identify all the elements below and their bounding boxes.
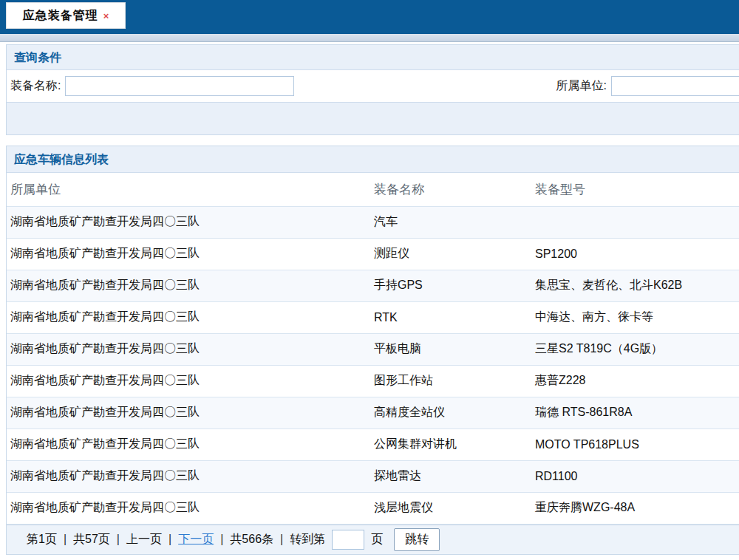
cell-equipment-name: 图形工作站 bbox=[370, 365, 531, 397]
separator: | bbox=[168, 533, 171, 546]
table-row: 湖南省地质矿产勘查开发局四〇三队 高精度全站仪 瑞德 RTS-861R8A bbox=[7, 397, 739, 428]
column-header-equipment-name: 装备名称 bbox=[370, 173, 531, 206]
query-panel: 查询条件 装备名称: 所属单位: bbox=[6, 44, 739, 135]
cell-equipment-name: 公网集群对讲机 bbox=[370, 428, 531, 460]
cell-equipment-name: 汽车 bbox=[370, 206, 531, 238]
goto-suffix-label: 页 bbox=[371, 532, 383, 547]
cell-equipment-model bbox=[531, 206, 739, 238]
cell-equipment-model: 中海达、南方、徕卡等 bbox=[531, 301, 739, 333]
cell-owner-unit: 湖南省地质矿产勘查开发局四〇三队 bbox=[7, 365, 370, 397]
cell-equipment-name: 手持GPS bbox=[370, 270, 531, 301]
next-page-link[interactable]: 下一页 bbox=[178, 532, 214, 547]
equipment-table: 所属单位 装备名称 装备型号 湖南省地质矿产勘查开发局四〇三队 汽车 湖南省地质… bbox=[7, 173, 739, 525]
column-header-equipment-model: 装备型号 bbox=[531, 173, 739, 206]
equipment-name-label: 装备名称: bbox=[10, 78, 61, 94]
tab-bar: 应急装备管理 × bbox=[0, 0, 739, 34]
query-panel-title: 查询条件 bbox=[7, 45, 739, 70]
table-row: 湖南省地质矿产勘查开发局四〇三队 公网集群对讲机 MOTO TP618PLUS bbox=[7, 428, 739, 460]
list-panel-title: 应急车辆信息列表 bbox=[7, 146, 739, 173]
separator: | bbox=[64, 533, 67, 546]
owner-unit-input[interactable] bbox=[611, 76, 739, 96]
total-pages-label: 共57页 bbox=[73, 532, 110, 547]
cell-equipment-model: 集思宝、麦哲伦、北斗K62B bbox=[531, 270, 739, 301]
separator: | bbox=[117, 533, 120, 546]
table-row: 湖南省地质矿产勘查开发局四〇三队 手持GPS 集思宝、麦哲伦、北斗K62B bbox=[7, 270, 739, 301]
cell-equipment-model: 三星S2 T819C（4G版） bbox=[531, 333, 739, 365]
current-page-label: 第1页 bbox=[27, 532, 57, 547]
cell-equipment-name: 平板电脑 bbox=[370, 333, 531, 365]
cell-equipment-model: 重庆奔腾WZG-48A bbox=[531, 492, 739, 524]
cell-owner-unit: 湖南省地质矿产勘查开发局四〇三队 bbox=[7, 333, 370, 365]
column-header-owner-unit: 所属单位 bbox=[7, 173, 370, 206]
table-row: 湖南省地质矿产勘查开发局四〇三队 测距仪 SP1200 bbox=[7, 238, 739, 270]
table-row: 湖南省地质矿产勘查开发局四〇三队 浅层地震仪 重庆奔腾WZG-48A bbox=[7, 492, 739, 524]
separator: | bbox=[220, 533, 223, 546]
equipment-name-input[interactable] bbox=[65, 76, 294, 96]
panel-gap bbox=[0, 135, 739, 146]
cell-owner-unit: 湖南省地质矿产勘查开发局四〇三队 bbox=[7, 206, 370, 238]
cell-equipment-model: 瑞德 RTS-861R8A bbox=[531, 397, 739, 428]
cell-equipment-model: SP1200 bbox=[531, 238, 739, 270]
total-items-label: 共566条 bbox=[230, 532, 273, 547]
owner-unit-label: 所属单位: bbox=[556, 78, 607, 94]
table-row: 湖南省地质矿产勘查开发局四〇三队 平板电脑 三星S2 T819C（4G版） bbox=[7, 333, 739, 365]
cell-owner-unit: 湖南省地质矿产勘查开发局四〇三队 bbox=[7, 492, 370, 524]
page: 应急装备管理 × 查询条件 装备名称: 所属单位: 应急车辆信息列表 所属单位 … bbox=[0, 0, 739, 560]
cell-owner-unit: 湖南省地质矿产勘查开发局四〇三队 bbox=[7, 428, 370, 460]
cell-owner-unit: 湖南省地质矿产勘查开发局四〇三队 bbox=[7, 460, 370, 492]
table-row: 湖南省地质矿产勘查开发局四〇三队 RTK 中海达、南方、徕卡等 bbox=[7, 301, 739, 333]
table-row: 湖南省地质矿产勘查开发局四〇三队 探地雷达 RD1100 bbox=[7, 460, 739, 492]
cell-equipment-model: RD1100 bbox=[531, 460, 739, 492]
cell-owner-unit: 湖南省地质矿产勘查开发局四〇三队 bbox=[7, 270, 370, 301]
tab-label: 应急装备管理 bbox=[23, 8, 98, 24]
cell-owner-unit: 湖南省地质矿产勘查开发局四〇三队 bbox=[7, 301, 370, 333]
cell-owner-unit: 湖南省地质矿产勘查开发局四〇三队 bbox=[7, 238, 370, 270]
jump-button[interactable]: 跳转 bbox=[394, 528, 440, 551]
cell-owner-unit: 湖南省地质矿产勘查开发局四〇三队 bbox=[7, 397, 370, 428]
cell-equipment-name: 浅层地震仪 bbox=[370, 492, 531, 524]
table-header-row: 所属单位 装备名称 装备型号 bbox=[7, 173, 739, 206]
cell-equipment-name: 探地雷达 bbox=[370, 460, 531, 492]
table-row: 湖南省地质矿产勘查开发局四〇三队 图形工作站 惠普Z228 bbox=[7, 365, 739, 397]
pagination-bar: 第1页 | 共57页 | 上一页 | 下一页 | 共566条 | 转到第 页 跳… bbox=[7, 525, 739, 554]
table-row: 湖南省地质矿产勘查开发局四〇三队 汽车 bbox=[7, 206, 739, 238]
cell-equipment-name: RTK bbox=[370, 301, 531, 333]
cell-equipment-model: 惠普Z228 bbox=[531, 365, 739, 397]
cell-equipment-name: 高精度全站仪 bbox=[370, 397, 531, 428]
query-panel-footer bbox=[7, 103, 739, 134]
cell-equipment-model: MOTO TP618PLUS bbox=[531, 428, 739, 460]
list-panel: 应急车辆信息列表 所属单位 装备名称 装备型号 湖南省地质矿产勘查开发局四〇三队… bbox=[6, 146, 739, 555]
goto-page-input[interactable] bbox=[332, 530, 364, 550]
tabbar-bottom-strip bbox=[0, 34, 739, 42]
tab-equipment-management[interactable]: 应急装备管理 × bbox=[6, 2, 126, 29]
prev-page-link[interactable]: 上一页 bbox=[126, 532, 162, 547]
query-fields-row: 装备名称: 所属单位: bbox=[7, 70, 739, 103]
tab-close-icon[interactable]: × bbox=[103, 11, 109, 21]
owner-unit-field: 所属单位: bbox=[556, 76, 739, 96]
separator: | bbox=[280, 533, 283, 546]
goto-prefix-label: 转到第 bbox=[290, 532, 325, 547]
cell-equipment-name: 测距仪 bbox=[370, 238, 531, 270]
